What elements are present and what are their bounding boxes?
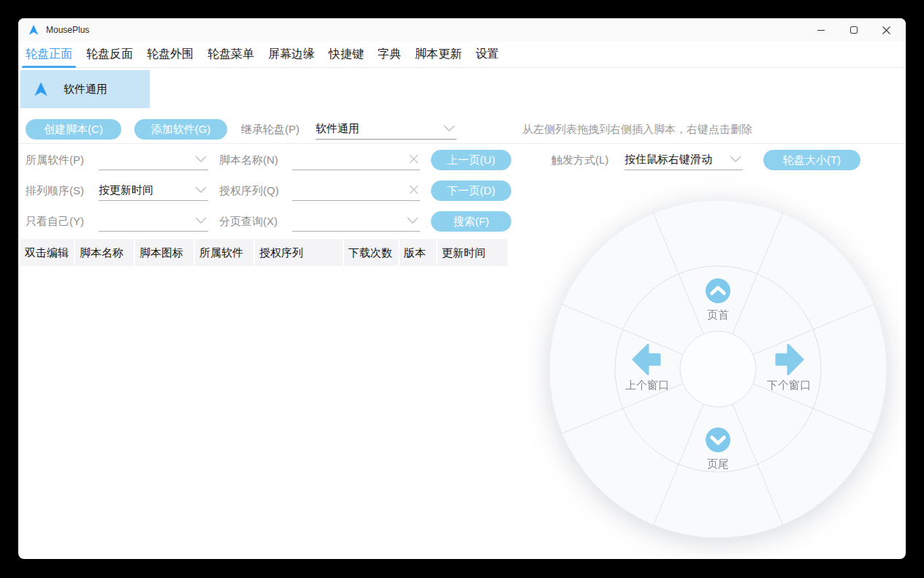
chevron-down-circle-icon — [706, 427, 730, 452]
column-header[interactable]: 更新时间 — [438, 239, 508, 266]
close-icon — [882, 26, 890, 34]
inherit-wheel-label: 继承轮盘(P) — [241, 119, 299, 140]
create-script-button[interactable]: 创建脚本(C) — [26, 119, 121, 140]
trigger-mode-select[interactable]: 按住鼠标右键滑动 — [625, 150, 743, 170]
app-logo-icon — [28, 24, 39, 36]
tab-script-update[interactable]: 脚本更新 — [415, 42, 462, 67]
column-header[interactable]: 所属软件 — [195, 239, 253, 266]
maximize-icon — [850, 26, 858, 34]
divider — [18, 143, 906, 144]
clear-icon[interactable] — [409, 154, 419, 164]
minimize-button[interactable] — [804, 18, 837, 42]
window-controls — [804, 18, 903, 42]
column-header[interactable]: 版本 — [400, 239, 436, 266]
close-button[interactable] — [870, 18, 903, 42]
tab-wheel-back[interactable]: 轮盘反面 — [86, 42, 133, 67]
owner-software-label: 所属软件(P) — [26, 150, 84, 170]
wheel-center-hub[interactable] — [680, 331, 756, 407]
script-table-header: 双击编辑 脚本名称 脚本图标 所属软件 授权序列 下载次数 版本 更新时间 — [20, 239, 508, 266]
sort-order-label: 排列顺序(S) — [26, 180, 84, 201]
search-button[interactable]: 搜索(F) — [431, 211, 511, 232]
script-name-label: 脚本名称(N) — [219, 150, 278, 170]
script-name-field — [292, 150, 420, 170]
sort-order-select[interactable]: 按更新时间 — [99, 180, 208, 201]
column-header[interactable]: 下载次数 — [344, 239, 398, 266]
minimize-icon — [817, 30, 825, 31]
column-header[interactable]: 授权序列 — [255, 239, 343, 266]
sort-order-value: 按更新时间 — [99, 183, 192, 197]
chevron-down-icon — [195, 156, 207, 162]
trigger-mode-value: 按住鼠标右键滑动 — [625, 153, 727, 167]
page-query-label: 分页查询(X) — [219, 211, 278, 232]
chevron-up-circle-icon — [706, 278, 730, 303]
chevron-down-icon — [195, 186, 207, 193]
tab-screen-edge[interactable]: 屏幕边缘 — [268, 42, 315, 67]
app-logo-icon — [33, 81, 49, 97]
column-header[interactable]: 脚本图标 — [135, 239, 194, 266]
tab-wheel-front[interactable]: 轮盘正面 — [26, 42, 72, 67]
page-query-select[interactable] — [292, 211, 420, 232]
tab-settings[interactable]: 设置 — [476, 42, 499, 67]
inherit-wheel-value: 软件通用 — [316, 122, 440, 136]
chevron-down-icon — [730, 156, 741, 162]
column-header[interactable]: 双击编辑 — [20, 239, 74, 266]
app-title: MousePlus — [46, 25, 89, 35]
wheel-action-page-top[interactable]: 页首 — [706, 278, 730, 321]
gesture-wheel[interactable]: 页首 上个窗口 下个窗口 页尾 — [543, 194, 893, 544]
auth-serial-field — [292, 180, 420, 201]
wheel-size-button[interactable]: 轮盘大小(T) — [763, 150, 860, 170]
auth-serial-label: 授权序列(Q) — [219, 180, 279, 201]
chevron-down-icon — [195, 217, 207, 224]
drag-hint-text: 从左侧列表拖拽到右侧插入脚本，右键点击删除 — [522, 119, 752, 140]
prev-page-button[interactable]: 上一页(U) — [431, 150, 511, 170]
wheel-left-label: 上个窗口 — [625, 379, 669, 391]
wheel-right-label: 下个窗口 — [767, 379, 811, 391]
wheel-bottom-label: 页尾 — [707, 457, 729, 470]
tab-dictionary[interactable]: 字典 — [378, 42, 401, 67]
mouseplus-window: MousePlus 轮盘正面 轮盘反面 轮盘外围 轮盘菜单 屏幕边缘 快捷键 字… — [18, 18, 906, 559]
only-mine-select[interactable] — [99, 211, 208, 232]
profile-item-software-general[interactable]: 软件通用 — [20, 70, 150, 108]
profile-item-label: 软件通用 — [64, 83, 107, 96]
tab-wheel-menu[interactable]: 轮盘菜单 — [207, 42, 254, 67]
chevron-down-icon — [407, 217, 419, 224]
wheel-action-page-bottom[interactable]: 页尾 — [706, 427, 730, 470]
chevron-down-icon — [443, 125, 455, 132]
tab-wheel-outer[interactable]: 轮盘外围 — [147, 42, 194, 67]
script-name-input[interactable] — [292, 153, 406, 166]
clear-icon[interactable] — [409, 185, 419, 194]
owner-software-select[interactable] — [99, 150, 208, 170]
maximize-button[interactable] — [837, 18, 870, 42]
add-software-button[interactable]: 添加软件(G) — [134, 119, 227, 140]
tab-hotkeys[interactable]: 快捷键 — [329, 42, 364, 67]
column-header[interactable]: 脚本名称 — [75, 239, 134, 266]
only-mine-label: 只看自己(Y) — [26, 211, 84, 232]
auth-serial-input[interactable] — [292, 184, 406, 197]
main-tabbar: 轮盘正面 轮盘反面 轮盘外围 轮盘菜单 屏幕边缘 快捷键 字典 脚本更新 设置 — [18, 42, 906, 68]
titlebar: MousePlus — [18, 18, 906, 42]
trigger-mode-label: 触发方式(L) — [551, 150, 608, 170]
wheel-top-label: 页首 — [707, 308, 729, 321]
inherit-wheel-select[interactable]: 软件通用 — [316, 119, 457, 140]
next-page-button[interactable]: 下一页(D) — [431, 180, 511, 201]
